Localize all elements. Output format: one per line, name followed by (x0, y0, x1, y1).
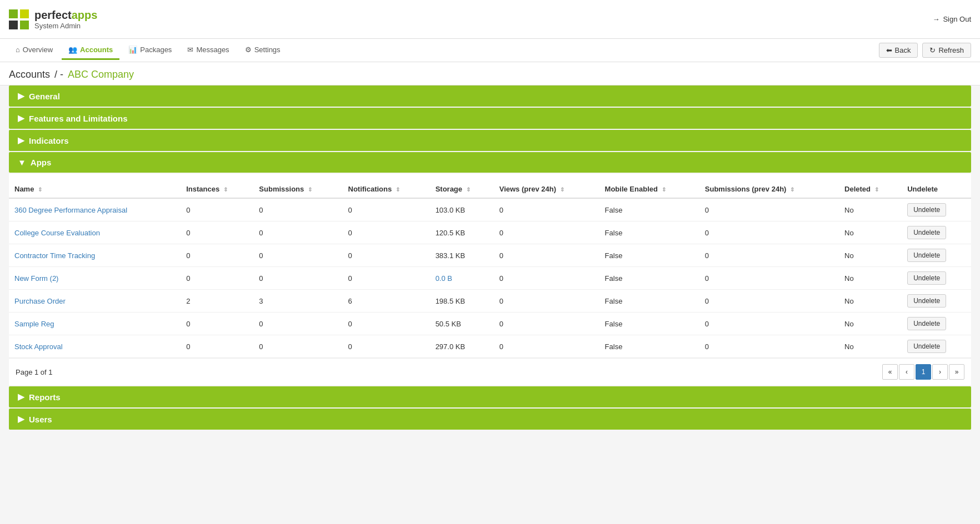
cell-submissions: 0 (253, 244, 342, 267)
table-row: Sample Reg 0 0 0 50.5 KB 0 False 0 No Un… (9, 313, 971, 335)
section-indicators-label: Indicators (29, 136, 69, 145)
chevron-down-icon: ▼ (18, 158, 26, 167)
section-users[interactable]: ▶ Users (9, 409, 971, 430)
section-indicators[interactable]: ▶ Indicators (9, 130, 971, 151)
page-last-button[interactable]: » (949, 364, 964, 380)
undelete-button[interactable]: Undelete (907, 203, 946, 216)
main-content: ▶ General ▶ Features and Limitations ▶ I… (0, 85, 980, 440)
nav-messages-label: Messages (196, 46, 229, 54)
cell-name[interactable]: Stock Approval (9, 335, 181, 358)
undelete-button[interactable]: Undelete (907, 317, 946, 330)
col-submissions-24h[interactable]: Submissions (prev 24h) ⇕ (699, 180, 839, 198)
section-reports[interactable]: ▶ Reports (9, 386, 971, 407)
nav-bar: ⌂ Overview 👥 Accounts 📊 Packages ✉ Messa… (0, 39, 980, 62)
col-mobile[interactable]: Mobile Enabled ⇕ (599, 180, 699, 198)
refresh-label: Refresh (938, 46, 964, 54)
cell-deleted: No (839, 290, 902, 313)
col-undelete: Undelete (902, 180, 971, 198)
nav-left: ⌂ Overview 👥 Accounts 📊 Packages ✉ Messa… (9, 41, 287, 60)
cell-mobile: False (599, 267, 699, 290)
apps-table: Name ⇕ Instances ⇕ Submissions ⇕ Notific… (9, 180, 971, 358)
cell-instances: 0 (181, 267, 253, 290)
cell-name[interactable]: College Course Evaluation (9, 221, 181, 244)
cell-deleted: No (839, 198, 902, 221)
logo-apps: apps (72, 9, 98, 21)
cell-deleted: No (839, 313, 902, 335)
nav-accounts[interactable]: 👥 Accounts (62, 41, 119, 60)
app-header: perfectapps System Admin → Sign Out (0, 0, 980, 39)
cell-notifications: 0 (343, 244, 430, 267)
cell-storage: 120.5 KB (430, 221, 494, 244)
col-notifications[interactable]: Notifications ⇕ (343, 180, 430, 198)
cell-submissions-24h: 0 (699, 290, 839, 313)
undelete-button[interactable]: Undelete (907, 226, 946, 239)
section-features-label: Features and Limitations (29, 114, 128, 123)
col-storage[interactable]: Storage ⇕ (430, 180, 494, 198)
nav-packages-label: Packages (140, 46, 172, 54)
logo-text: perfectapps System Admin (34, 9, 97, 30)
sign-out-icon: → (932, 15, 939, 23)
back-button[interactable]: ⬅ Back (879, 43, 918, 58)
page-prev-button[interactable]: ‹ (899, 364, 914, 380)
nav-overview[interactable]: ⌂ Overview (9, 41, 59, 60)
undelete-button[interactable]: Undelete (907, 271, 946, 285)
cell-undelete: Undelete (902, 335, 971, 358)
undelete-button[interactable]: Undelete (907, 249, 946, 262)
col-submissions[interactable]: Submissions ⇕ (253, 180, 342, 198)
cell-submissions-24h: 0 (699, 244, 839, 267)
cell-storage: 383.1 KB (430, 244, 494, 267)
cell-mobile: False (599, 221, 699, 244)
refresh-button[interactable]: ↻ Refresh (922, 43, 971, 58)
undelete-button[interactable]: Undelete (907, 340, 946, 353)
cell-views: 0 (494, 290, 599, 313)
cell-mobile: False (599, 290, 699, 313)
chevron-right-icon-indicators: ▶ (18, 135, 24, 145)
section-general[interactable]: ▶ General (9, 85, 971, 107)
cell-submissions: 0 (253, 335, 342, 358)
gear-icon: ⚙ (245, 46, 252, 54)
section-features[interactable]: ▶ Features and Limitations (9, 108, 971, 129)
cell-submissions-24h: 0 (699, 267, 839, 290)
table-row: New Form (2) 0 0 0 0.0 B 0 False 0 No Un… (9, 267, 971, 290)
cell-name[interactable]: New Form (2) (9, 267, 181, 290)
home-icon: ⌂ (16, 46, 20, 54)
page-info: Page 1 of 1 (16, 368, 53, 376)
cell-submissions: 0 (253, 198, 342, 221)
page-next-button[interactable]: › (932, 364, 948, 380)
col-views[interactable]: Views (prev 24h) ⇕ (494, 180, 599, 198)
nav-messages[interactable]: ✉ Messages (181, 41, 236, 60)
col-deleted[interactable]: Deleted ⇕ (839, 180, 902, 198)
breadcrumb-separator: / - (54, 69, 63, 80)
table-row: Purchase Order 2 3 6 198.5 KB 0 False 0 … (9, 290, 971, 313)
cell-name[interactable]: 360 Degree Performance Appraisal (9, 198, 181, 221)
section-apps-label: Apps (31, 158, 52, 167)
logo-subtitle: System Admin (34, 22, 97, 30)
cell-notifications: 0 (343, 313, 430, 335)
col-instances[interactable]: Instances ⇕ (181, 180, 253, 198)
back-label: Back (895, 46, 911, 54)
cell-views: 0 (494, 335, 599, 358)
page-first-button[interactable]: « (882, 364, 898, 380)
section-apps[interactable]: ▼ Apps (9, 152, 971, 173)
chevron-right-icon-reports: ▶ (18, 392, 24, 402)
sign-out-label: Sign Out (943, 15, 971, 23)
cell-mobile: False (599, 198, 699, 221)
cell-name[interactable]: Contractor Time Tracking (9, 244, 181, 267)
nav-packages[interactable]: 📊 Packages (122, 41, 178, 60)
undelete-button[interactable]: Undelete (907, 294, 946, 308)
table-row: 360 Degree Performance Appraisal 0 0 0 1… (9, 198, 971, 221)
page-current-button[interactable]: 1 (916, 364, 931, 380)
users-icon: 👥 (68, 46, 77, 54)
cell-storage: 103.0 KB (430, 198, 494, 221)
cell-undelete: Undelete (902, 244, 971, 267)
cell-name[interactable]: Purchase Order (9, 290, 181, 313)
cell-submissions-24h: 0 (699, 221, 839, 244)
sign-out-button[interactable]: → Sign Out (932, 15, 971, 23)
col-name[interactable]: Name ⇕ (9, 180, 181, 198)
packages-icon: 📊 (128, 46, 137, 54)
cell-name[interactable]: Sample Reg (9, 313, 181, 335)
refresh-icon: ↻ (929, 46, 936, 54)
cell-submissions-24h: 0 (699, 335, 839, 358)
nav-settings[interactable]: ⚙ Settings (238, 41, 287, 60)
cell-views: 0 (494, 244, 599, 267)
